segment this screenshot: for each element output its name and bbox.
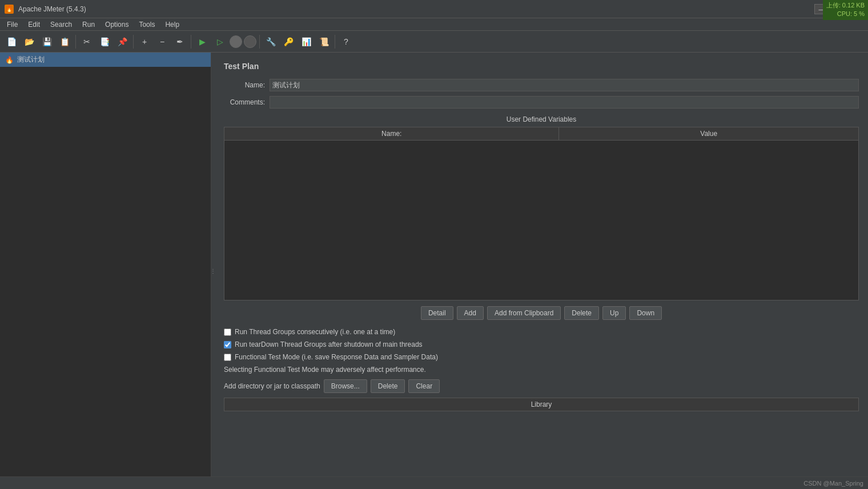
sidebar: 🔥 测试计划 <box>0 53 211 489</box>
sep2 <box>133 35 134 49</box>
detail-button[interactable]: Detail <box>421 306 453 320</box>
variables-section: User Defined Variables Name: Value <box>224 115 859 300</box>
classpath-row: Add directory or jar to classpath Browse… <box>224 379 859 393</box>
add-from-clipboard-button[interactable]: Add from Clipboard <box>487 306 561 320</box>
comments-input[interactable] <box>270 96 859 109</box>
sidebar-item-label: 测试计划 <box>17 55 45 65</box>
clear-classpath-button[interactable]: Clear <box>408 379 440 393</box>
title-bar: 🔥 Apache JMeter (5.4.3) — □ ✕ <box>0 0 868 18</box>
menu-run[interactable]: Run <box>78 19 99 30</box>
delete-variable-button[interactable]: Delete <box>564 306 599 320</box>
clear-toolbar-btn[interactable]: ✒ <box>172 34 188 50</box>
menu-tools[interactable]: Tools <box>134 19 159 30</box>
classpath-label: Add directory or jar to classpath <box>224 382 320 390</box>
variables-table: Name: Value <box>224 127 859 141</box>
app-title: Apache JMeter (5.4.3) <box>18 5 86 13</box>
panel-title: Test Plan <box>224 62 859 71</box>
help-btn[interactable]: ? <box>338 34 354 50</box>
variables-title: User Defined Variables <box>224 115 859 123</box>
action-buttons: Detail Add Add from Clipboard Delete Up … <box>224 306 859 320</box>
sep5 <box>335 35 335 49</box>
variables-table-body <box>224 141 859 300</box>
up-button[interactable]: Up <box>602 306 626 320</box>
checkbox-consecutive[interactable] <box>224 328 231 336</box>
shutdown-btn[interactable] <box>244 35 256 48</box>
name-label: Name: <box>224 81 270 89</box>
content-area: Test Plan Name: Comments: User Defined V… <box>215 53 868 489</box>
checkboxes-section: Run Thread Groups consecutively (i.e. on… <box>224 328 859 374</box>
checkbox-teardown[interactable] <box>224 341 231 348</box>
remote-stop-btn[interactable]: 🔑 <box>280 34 296 50</box>
start-no-pause-btn[interactable]: ▷ <box>212 34 228 50</box>
test-plan-panel: Test Plan Name: Comments: User Defined V… <box>215 53 868 420</box>
app-icon: 🔥 <box>5 5 14 14</box>
new-btn[interactable]: 📄 <box>3 34 19 50</box>
paste-btn[interactable]: 📌 <box>114 34 130 50</box>
testplan-icon: 🔥 <box>5 55 14 65</box>
checkbox-label-3: Functional Test Mode (i.e. save Response… <box>235 353 438 361</box>
run-btn[interactable]: ▶ <box>194 34 210 50</box>
menu-file[interactable]: File <box>2 19 22 30</box>
menu-options[interactable]: Options <box>101 19 133 30</box>
menu-bar: File Edit Search Run Options Tools Help <box>0 18 868 31</box>
library-table: Library <box>224 398 859 411</box>
status-top-right: 上传: 0.12 KB CPU: 5 % <box>823 0 868 20</box>
comments-row: Comments: <box>224 96 859 109</box>
sep3 <box>191 35 191 49</box>
toolbar: 📄 📂 💾 📋 ✂ 📑 📌 + − ✒ ▶ ▷ 🔧 🔑 📊 📜 ? <box>0 31 868 53</box>
browse-button[interactable]: Browse... <box>324 379 367 393</box>
stop-btn[interactable] <box>230 35 242 48</box>
sep4 <box>259 35 260 49</box>
menu-help[interactable]: Help <box>160 19 184 30</box>
save-btn[interactable]: 💾 <box>39 34 55 50</box>
copy-btn[interactable]: 📑 <box>97 34 112 50</box>
cpu-status: CPU: 5 % <box>826 10 865 18</box>
checkbox-row-3: Functional Test Mode (i.e. save Response… <box>224 353 859 361</box>
title-bar-left: 🔥 Apache JMeter (5.4.3) <box>5 5 86 14</box>
open-btn[interactable]: 📂 <box>21 34 37 50</box>
cut-btn[interactable]: ✂ <box>79 34 95 50</box>
bottom-bar: CSDN @Man_Spring <box>0 476 868 489</box>
name-input[interactable] <box>270 79 859 91</box>
saveas-btn[interactable]: 📋 <box>57 34 73 50</box>
warning-text: Selecting Functional Test Mode may adver… <box>224 366 859 374</box>
col-value: Value <box>559 127 859 141</box>
menu-edit[interactable]: Edit <box>23 19 45 30</box>
main-layout: 🔥 测试计划 ⋮ Test Plan Name: Comments: User … <box>0 53 868 489</box>
remote-run-btn[interactable]: 🔧 <box>263 34 279 50</box>
col-name: Name: <box>224 127 559 141</box>
comments-label: Comments: <box>224 98 270 106</box>
add-toolbar-btn[interactable]: + <box>136 34 152 50</box>
delete-classpath-button[interactable]: Delete <box>371 379 405 393</box>
name-row: Name: <box>224 79 859 91</box>
upload-status: 上传: 0.12 KB <box>826 1 865 10</box>
sep1 <box>75 35 76 49</box>
checkbox-row-2: Run tearDown Thread Groups after shutdow… <box>224 340 859 348</box>
checkbox-row-1: Run Thread Groups consecutively (i.e. on… <box>224 328 859 336</box>
down-button[interactable]: Down <box>629 306 662 320</box>
remove-toolbar-btn[interactable]: − <box>154 34 170 50</box>
add-variable-button[interactable]: Add <box>457 306 484 320</box>
menu-search[interactable]: Search <box>46 19 77 30</box>
library-col: Library <box>224 398 859 411</box>
sidebar-item-testplan[interactable]: 🔥 测试计划 <box>0 53 211 67</box>
script-btn[interactable]: 📜 <box>316 34 332 50</box>
remote-shutdown-btn[interactable]: 📊 <box>298 34 314 50</box>
checkbox-label-1: Run Thread Groups consecutively (i.e. on… <box>235 328 395 336</box>
bottom-credit: CSDN @Man_Spring <box>803 480 863 487</box>
checkbox-label-2: Run tearDown Thread Groups after shutdow… <box>235 340 423 348</box>
checkbox-functional[interactable] <box>224 354 231 361</box>
